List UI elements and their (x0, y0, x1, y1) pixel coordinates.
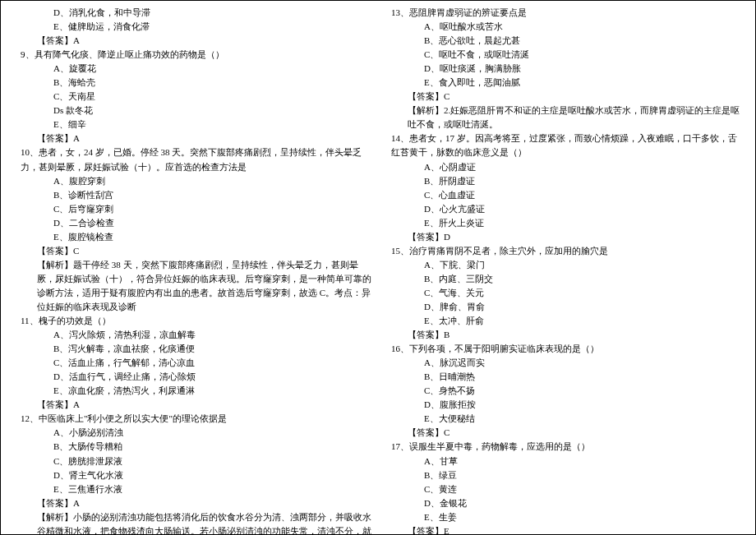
text-line: 【答案】E (385, 524, 742, 535)
text-line: B、肝阴虚证 (385, 174, 742, 188)
text-line: 【解析】题干停经 38 天，突然下腹部疼痛剧烈，呈持续性，伴头晕乏力，甚则晕厥，… (14, 258, 371, 314)
text-line: E、三焦通行水液 (14, 482, 371, 496)
text-line: 9、具有降气化痰、降逆止呕止痛功效的药物是（） (14, 48, 371, 62)
text-line: A、泻火除烦，清热利湿，凉血解毒 (14, 328, 371, 342)
text-line: E、食入即吐，恶闻油腻 (385, 76, 742, 90)
page-columns: D、消乳化食，和中导滞E、健脾助运，消食化滞【答案】A9、具有降气化痰、降逆止呕… (7, 6, 749, 529)
text-line: 【答案】C (385, 90, 742, 104)
text-line: B、诊断性刮宫 (14, 188, 371, 202)
text-line: 11、槐子的功效是（） (14, 314, 371, 328)
text-line: B、海蛤壳 (14, 76, 371, 90)
text-line: Ds 款冬花 (14, 104, 371, 118)
text-line: C、天南星 (14, 90, 371, 104)
text-line: A、小肠泌别清浊 (14, 426, 371, 440)
text-line: 【答案】A (14, 496, 371, 510)
text-line: 【答案】C (14, 244, 371, 258)
text-line: D、脾俞、胃俞 (385, 300, 742, 314)
text-line: B、绿豆 (385, 468, 742, 482)
text-line: 16、下列各项，不属于阳明腑实证临床表现的是（） (385, 342, 742, 356)
right-column: 13、恶阻脾胃虚弱证的辨证要点是A、呕吐酸水或苦水B、恶心欲吐，晨起尤甚C、呕吐… (378, 6, 749, 529)
text-line: D、肾主气化水液 (14, 468, 371, 482)
text-line: 【答案】B (385, 328, 742, 342)
text-line: E、肝火上炎证 (385, 216, 742, 230)
text-line: E、大便秘结 (385, 412, 742, 426)
text-line: A、心阴虚证 (385, 160, 742, 174)
text-line: A、旋覆花 (14, 62, 371, 76)
text-line: 14、患者女，17 岁。因高考将至，过度紧张，而致心情烦躁，入夜难眠，口干多饮，… (385, 131, 742, 159)
text-line: E、太冲、肝俞 (385, 314, 742, 328)
text-line: 【答案】D (385, 230, 742, 244)
text-line: 【答案】A (14, 398, 371, 412)
text-line: E、腹腔镜检查 (14, 230, 371, 244)
text-line: B、内庭、三阴交 (385, 272, 742, 286)
text-line: A、腹腔穿刺 (14, 174, 371, 188)
text-line: A、呕吐酸水或苦水 (385, 20, 742, 34)
text-line: 10、患者，女，24 岁，已婚。停经 38 天。突然下腹部疼痛剧烈，呈持续性，伴… (14, 145, 371, 173)
text-line: A、脉沉迟而实 (385, 356, 742, 370)
text-line: C、呕吐不食，或呕吐清涎 (385, 48, 742, 62)
text-line: D、腹胀拒按 (385, 398, 742, 412)
text-line: E、健脾助运，消食化滞 (14, 20, 371, 34)
text-line: D、呕吐痰涎，胸满胁胀 (385, 62, 742, 76)
text-line: B、大肠传导糟粕 (14, 440, 371, 454)
text-line: 【答案】A (14, 34, 371, 48)
text-line: C、气海、关元 (385, 286, 742, 300)
text-line: C、膀胱排泄尿液 (14, 454, 371, 468)
text-line: C、心血虚证 (385, 188, 742, 202)
text-line: 12、中医临床上"利小便之所以实大便"的理论依据是 (14, 412, 371, 426)
text-line: C、后穹窿穿刺 (14, 202, 371, 216)
text-line: D、二合诊检查 (14, 216, 371, 230)
text-line: C、身热不扬 (385, 384, 742, 398)
text-line: B、日晡潮热 (385, 370, 742, 384)
text-line: 17、误服生半夏中毒，药物解毒，应选用的是（） (385, 440, 742, 454)
text-line: D、活血行气，调经止痛，清心除烦 (14, 370, 371, 384)
text-line: D、消乳化食，和中导滞 (14, 6, 371, 20)
text-line: 【解析】2.妊娠恶阻肝胃不和证的主症是呕吐酸水或苦水，而脾胃虚弱证的主症是呕吐不… (385, 104, 742, 131)
text-line: E、细辛 (14, 118, 371, 131)
text-line: D、心火亢盛证 (385, 202, 742, 216)
text-line: E、凉血化瘀，清热泻火，利尿通淋 (14, 384, 371, 398)
text-line: D、金银花 (385, 496, 742, 510)
text-line: A、甘草 (385, 454, 742, 468)
text-line: A、下脘、梁门 (385, 258, 742, 272)
text-line: 【答案】A (14, 131, 371, 145)
text-line: B、泻火解毒，凉血祛瘀，化痰通便 (14, 342, 371, 356)
text-line: B、恶心欲吐，晨起尤甚 (385, 34, 742, 48)
text-line: C、活血止痛，行气解郁，清心凉血 (14, 356, 371, 370)
text-line: 【答案】C (385, 426, 742, 440)
text-line: 15、治疗胃痛胃阴不足者，除主穴外，应加用的腧穴是 (385, 244, 742, 258)
text-line: C、黄连 (385, 482, 742, 496)
text-line: 【解析】小肠的泌别清浊功能包括将消化后的饮食水谷分为清、浊两部分，并吸收水谷精微… (14, 510, 371, 535)
text-line: 13、恶阻脾胃虚弱证的辨证要点是 (385, 6, 742, 20)
left-column: D、消乳化食，和中导滞E、健脾助运，消食化滞【答案】A9、具有降气化痰、降逆止呕… (7, 6, 378, 529)
text-line: E、生姜 (385, 510, 742, 524)
